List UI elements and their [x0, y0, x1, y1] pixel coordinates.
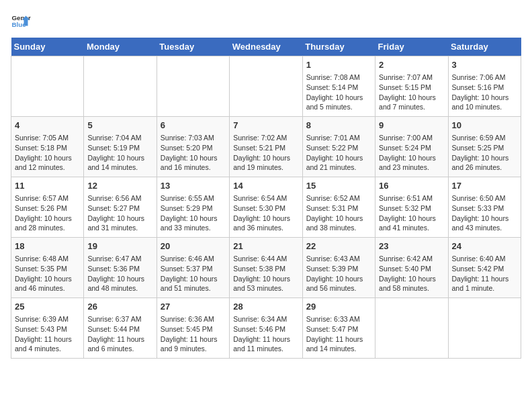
- calendar-cell: [230, 56, 302, 117]
- calendar-cell: [84, 56, 157, 117]
- header-monday: Monday: [84, 38, 157, 56]
- week-row-5: 25Sunrise: 6:39 AM Sunset: 5:43 PM Dayli…: [11, 298, 521, 359]
- day-info: Sunrise: 6:37 AM Sunset: 5:44 PM Dayligh…: [87, 315, 144, 353]
- calendar-cell: 12Sunrise: 6:56 AM Sunset: 5:27 PM Dayli…: [84, 177, 157, 238]
- week-row-4: 18Sunrise: 6:48 AM Sunset: 5:35 PM Dayli…: [11, 238, 521, 298]
- day-info: Sunrise: 6:48 AM Sunset: 5:35 PM Dayligh…: [15, 255, 72, 292]
- calendar-cell: [375, 298, 448, 359]
- day-info: Sunrise: 6:40 AM Sunset: 5:42 PM Dayligh…: [452, 255, 509, 292]
- calendar-cell: 7Sunrise: 7:02 AM Sunset: 5:21 PM Daylig…: [230, 117, 302, 177]
- day-number: 5: [87, 120, 152, 132]
- day-number: 23: [379, 240, 444, 253]
- day-info: Sunrise: 7:02 AM Sunset: 5:21 PM Dayligh…: [233, 134, 290, 171]
- day-number: 6: [161, 120, 226, 132]
- calendar-cell: 22Sunrise: 6:43 AM Sunset: 5:39 PM Dayli…: [302, 238, 375, 298]
- calendar-cell: 3Sunrise: 7:06 AM Sunset: 5:16 PM Daylig…: [448, 56, 521, 117]
- calendar-cell: 1Sunrise: 7:08 AM Sunset: 5:14 PM Daylig…: [302, 56, 375, 117]
- day-number: 22: [306, 240, 371, 253]
- day-number: 1: [306, 59, 371, 71]
- day-number: 14: [233, 180, 298, 192]
- day-info: Sunrise: 6:44 AM Sunset: 5:38 PM Dayligh…: [233, 255, 290, 292]
- day-number: 20: [161, 240, 226, 253]
- calendar-cell: 10Sunrise: 6:59 AM Sunset: 5:25 PM Dayli…: [448, 117, 521, 177]
- day-number: 11: [15, 180, 80, 192]
- day-number: 26: [87, 301, 152, 313]
- calendar-cell: 5Sunrise: 7:04 AM Sunset: 5:19 PM Daylig…: [84, 117, 157, 177]
- day-info: Sunrise: 6:51 AM Sunset: 5:32 PM Dayligh…: [379, 194, 436, 232]
- calendar-cell: 16Sunrise: 6:51 AM Sunset: 5:32 PM Dayli…: [375, 177, 448, 238]
- day-info: Sunrise: 6:42 AM Sunset: 5:40 PM Dayligh…: [379, 255, 436, 292]
- calendar-cell: 14Sunrise: 6:54 AM Sunset: 5:30 PM Dayli…: [230, 177, 302, 238]
- day-info: Sunrise: 7:06 AM Sunset: 5:16 PM Dayligh…: [452, 73, 509, 111]
- calendar-cell: 19Sunrise: 6:47 AM Sunset: 5:36 PM Dayli…: [84, 238, 157, 298]
- calendar-body: 1Sunrise: 7:08 AM Sunset: 5:14 PM Daylig…: [11, 56, 521, 359]
- day-info: Sunrise: 7:00 AM Sunset: 5:24 PM Dayligh…: [379, 134, 436, 171]
- calendar-cell: [11, 56, 84, 117]
- calendar-cell: 2Sunrise: 7:07 AM Sunset: 5:15 PM Daylig…: [375, 56, 448, 117]
- calendar-cell: 11Sunrise: 6:57 AM Sunset: 5:26 PM Dayli…: [11, 177, 84, 238]
- day-number: 13: [161, 180, 226, 192]
- day-info: Sunrise: 7:05 AM Sunset: 5:18 PM Dayligh…: [15, 134, 72, 171]
- day-number: 4: [15, 120, 80, 132]
- day-number: 24: [452, 240, 517, 253]
- day-number: 15: [306, 180, 371, 192]
- day-info: Sunrise: 6:52 AM Sunset: 5:31 PM Dayligh…: [306, 194, 363, 232]
- day-info: Sunrise: 6:33 AM Sunset: 5:47 PM Dayligh…: [306, 315, 363, 353]
- calendar-cell: 18Sunrise: 6:48 AM Sunset: 5:35 PM Dayli…: [11, 238, 84, 298]
- day-number: 27: [161, 301, 226, 313]
- day-info: Sunrise: 6:47 AM Sunset: 5:36 PM Dayligh…: [87, 255, 144, 292]
- day-number: 7: [233, 120, 298, 132]
- day-number: 16: [379, 180, 444, 192]
- day-info: Sunrise: 6:36 AM Sunset: 5:45 PM Dayligh…: [161, 315, 218, 353]
- calendar-cell: 4Sunrise: 7:05 AM Sunset: 5:18 PM Daylig…: [11, 117, 84, 177]
- day-info: Sunrise: 7:01 AM Sunset: 5:22 PM Dayligh…: [306, 134, 363, 171]
- calendar-cell: [448, 298, 521, 359]
- day-number: 12: [87, 180, 152, 192]
- calendar-cell: 28Sunrise: 6:34 AM Sunset: 5:46 PM Dayli…: [230, 298, 302, 359]
- calendar-cell: 27Sunrise: 6:36 AM Sunset: 5:45 PM Dayli…: [157, 298, 229, 359]
- logo-icon: General Blue: [11, 11, 31, 31]
- calendar-cell: 8Sunrise: 7:01 AM Sunset: 5:22 PM Daylig…: [302, 117, 375, 177]
- calendar-cell: 20Sunrise: 6:46 AM Sunset: 5:37 PM Dayli…: [157, 238, 229, 298]
- calendar-cell: 17Sunrise: 6:50 AM Sunset: 5:33 PM Dayli…: [448, 177, 521, 238]
- header-tuesday: Tuesday: [157, 38, 229, 56]
- day-info: Sunrise: 6:50 AM Sunset: 5:33 PM Dayligh…: [452, 194, 509, 232]
- calendar-cell: 26Sunrise: 6:37 AM Sunset: 5:44 PM Dayli…: [84, 298, 157, 359]
- day-number: 3: [452, 59, 517, 71]
- calendar-cell: 9Sunrise: 7:00 AM Sunset: 5:24 PM Daylig…: [375, 117, 448, 177]
- day-number: 29: [306, 301, 371, 313]
- day-info: Sunrise: 6:54 AM Sunset: 5:30 PM Dayligh…: [233, 194, 290, 232]
- calendar-cell: 6Sunrise: 7:03 AM Sunset: 5:20 PM Daylig…: [157, 117, 229, 177]
- day-info: Sunrise: 7:07 AM Sunset: 5:15 PM Dayligh…: [379, 73, 436, 111]
- day-number: 9: [379, 120, 444, 132]
- header-friday: Friday: [375, 38, 448, 56]
- calendar-cell: 25Sunrise: 6:39 AM Sunset: 5:43 PM Dayli…: [11, 298, 84, 359]
- week-row-1: 1Sunrise: 7:08 AM Sunset: 5:14 PM Daylig…: [11, 56, 521, 117]
- calendar-cell: 15Sunrise: 6:52 AM Sunset: 5:31 PM Dayli…: [302, 177, 375, 238]
- day-number: 21: [233, 240, 298, 253]
- day-number: 25: [15, 301, 80, 313]
- day-number: 28: [233, 301, 298, 313]
- day-number: 19: [87, 240, 152, 253]
- header-saturday: Saturday: [448, 38, 521, 56]
- svg-text:General: General: [12, 14, 32, 21]
- calendar-cell: 24Sunrise: 6:40 AM Sunset: 5:42 PM Dayli…: [448, 238, 521, 298]
- header-thursday: Thursday: [302, 38, 375, 56]
- day-info: Sunrise: 6:43 AM Sunset: 5:39 PM Dayligh…: [306, 255, 363, 292]
- calendar-cell: 13Sunrise: 6:55 AM Sunset: 5:29 PM Dayli…: [157, 177, 229, 238]
- logo: General Blue: [11, 11, 35, 31]
- calendar-cell: 21Sunrise: 6:44 AM Sunset: 5:38 PM Dayli…: [230, 238, 302, 298]
- calendar-header-row: SundayMondayTuesdayWednesdayThursdayFrid…: [11, 38, 521, 56]
- day-info: Sunrise: 6:34 AM Sunset: 5:46 PM Dayligh…: [233, 315, 290, 353]
- day-number: 2: [379, 59, 444, 71]
- day-number: 10: [452, 120, 517, 132]
- day-info: Sunrise: 6:59 AM Sunset: 5:25 PM Dayligh…: [452, 134, 509, 171]
- page-header: General Blue: [11, 11, 521, 31]
- header-sunday: Sunday: [11, 38, 84, 56]
- day-info: Sunrise: 7:03 AM Sunset: 5:20 PM Dayligh…: [161, 134, 218, 171]
- week-row-2: 4Sunrise: 7:05 AM Sunset: 5:18 PM Daylig…: [11, 117, 521, 177]
- day-info: Sunrise: 6:56 AM Sunset: 5:27 PM Dayligh…: [87, 194, 144, 232]
- calendar-cell: 23Sunrise: 6:42 AM Sunset: 5:40 PM Dayli…: [375, 238, 448, 298]
- day-info: Sunrise: 6:39 AM Sunset: 5:43 PM Dayligh…: [15, 315, 72, 353]
- day-info: Sunrise: 7:04 AM Sunset: 5:19 PM Dayligh…: [87, 134, 144, 171]
